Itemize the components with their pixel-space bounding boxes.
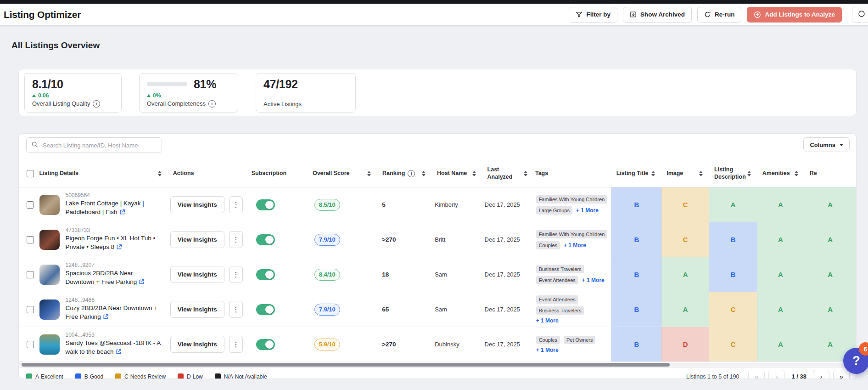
sort-icon[interactable] [699, 171, 703, 176]
grade-cell: B [611, 292, 661, 327]
row-checkbox[interactable] [27, 236, 34, 243]
listing-id: 1248...9466 [66, 297, 162, 303]
prev-page-button[interactable]: ‹ [768, 370, 785, 379]
kebab-menu-button[interactable] [229, 336, 243, 353]
row-checkbox[interactable] [27, 306, 34, 313]
info-icon[interactable]: i [408, 170, 415, 177]
listings-table-panel: Columns Listing DetailsActionsSubscripti… [18, 133, 857, 379]
tag-line: Families With Young Children [536, 195, 608, 203]
legend-item: N/A-Not Available [215, 373, 267, 379]
listing-title-link[interactable]: Cozy 2BD/2BA Near Downtown + Free Parkin… [66, 304, 162, 322]
listing-title-link[interactable]: Sandy Toes @Seacoast -1BHK - A walk to t… [66, 339, 162, 357]
top-strip [0, 0, 868, 4]
column-header-listing-details[interactable]: Listing Details [39, 160, 167, 187]
search-input[interactable] [42, 141, 157, 149]
column-header-last-analyzed[interactable]: Last Analyzed [482, 160, 533, 187]
last-page-button[interactable]: » [833, 370, 850, 379]
view-insights-button[interactable]: View Insights [170, 301, 224, 318]
column-header-image[interactable]: Image [661, 160, 708, 187]
grade-cell: A [757, 187, 804, 222]
overall-score-badge: 7.9/10 [314, 304, 340, 316]
view-insights-button[interactable]: View Insights [170, 196, 224, 213]
listing-details-cell: 50069564Lake Front Cottage | Kayak | Pad… [39, 187, 168, 222]
columns-button[interactable]: Columns [803, 137, 850, 152]
subscription-toggle[interactable] [256, 199, 275, 210]
add-listings-to-analyze-button[interactable]: Add Listings to Analyze [747, 7, 842, 23]
more-tags-link[interactable]: + 1 More [536, 317, 559, 324]
sort-icon[interactable] [158, 171, 162, 176]
listing-title-link[interactable]: Pigeon Forge Fun • XL Hot Tub • Private … [66, 234, 162, 252]
first-page-button[interactable]: « [748, 370, 765, 379]
sort-icon[interactable] [795, 171, 798, 176]
scrollbar-thumb[interactable] [22, 363, 670, 367]
show-archived-button[interactable]: Show Archived [623, 7, 692, 23]
external-link-icon [116, 244, 122, 251]
listing-details-cell: 1248...9466Cozy 2BD/2BA Near Downtown + … [39, 292, 168, 327]
more-tags-link[interactable]: + 1 More [582, 277, 605, 283]
sort-icon[interactable] [422, 171, 426, 176]
row-checkbox[interactable] [27, 341, 34, 348]
column-header-subscription: Subscription [246, 160, 307, 187]
more-tags-link[interactable]: + 1 More [576, 207, 599, 214]
sort-icon[interactable] [472, 171, 476, 176]
more-tags-link[interactable]: + 1 More [564, 242, 586, 249]
overflow-header-button[interactable] [852, 7, 868, 23]
sort-icon[interactable] [651, 171, 655, 176]
kebab-menu-button[interactable] [229, 231, 243, 248]
subscription-toggle[interactable] [256, 269, 275, 280]
listing-id: 1004...4953 [66, 332, 162, 338]
legend-swatch [75, 373, 81, 379]
tag-pill: Pet Owners [564, 336, 595, 344]
subscription-toggle[interactable] [256, 339, 275, 350]
more-tags-link[interactable]: + 1 More [536, 347, 559, 353]
sort-icon[interactable] [747, 171, 751, 176]
view-insights-button[interactable]: View Insights [170, 266, 224, 283]
next-page-button[interactable]: › [813, 370, 829, 379]
sort-icon[interactable] [524, 171, 527, 176]
info-icon[interactable]: i [93, 100, 100, 107]
listing-title-link[interactable]: Spacious 2BD/2BA Near Downtown + Free Pa… [66, 269, 162, 287]
kebab-menu-button[interactable] [229, 301, 243, 318]
table-toolbar: Columns [19, 134, 856, 160]
tag-line: Families With Young Children [536, 230, 608, 238]
subscription-toggle[interactable] [256, 234, 275, 245]
filter-by-button[interactable]: Filter by [569, 7, 617, 23]
tags-cell: CouplesPet Owners+ 1 More [534, 327, 611, 362]
tag-pill: Event Attendees [536, 276, 578, 284]
select-all-checkbox[interactable] [27, 170, 34, 177]
tag-line: Large Groups+ 1 More [536, 206, 599, 215]
re-run-button[interactable]: Re-run [697, 7, 742, 23]
listing-details-cell: 1248...9207Spacious 2BD/2BA Near Downtow… [39, 257, 168, 292]
row-checkbox[interactable] [27, 201, 34, 209]
sort-icon[interactable] [367, 171, 371, 176]
column-header-overall-score[interactable]: Overall Score [307, 160, 376, 187]
row-checkbox[interactable] [27, 271, 34, 278]
column-header-ranking[interactable]: Rankingi [376, 160, 431, 187]
select-all-cell [19, 160, 39, 187]
listing-details-cell: 1004...4953Sandy Toes @Seacoast -1BHK - … [39, 327, 168, 362]
listing-thumbnail [39, 195, 60, 215]
grade-cell: A [757, 327, 804, 362]
column-header-listing-title[interactable]: Listing Title [610, 160, 661, 187]
kebab-menu-button[interactable] [229, 266, 243, 283]
tag-line: CouplesPet Owners [536, 336, 596, 344]
listing-title-link[interactable]: Lake Front Cottage | Kayak | Paddleboard… [66, 199, 162, 217]
subscription-toggle[interactable] [256, 304, 275, 315]
column-header-listing-description[interactable]: Listing Description [708, 160, 756, 187]
listing-id: 1248...9207 [66, 262, 162, 268]
listing-thumbnail [39, 265, 60, 285]
overall-score-badge: 8.4/10 [314, 269, 340, 281]
grade-cell: B [611, 257, 661, 292]
view-insights-button[interactable]: View Insights [170, 336, 224, 353]
grade-cell: B [709, 257, 756, 292]
grade-legend: A-ExcellentB-GoodC-Needs ReviewD-LowN/A-… [26, 373, 267, 379]
column-header-host-name[interactable]: Host Name [431, 160, 482, 187]
kebab-menu-button[interactable] [229, 196, 243, 213]
grade-cell: D [661, 327, 709, 362]
info-icon[interactable]: i [208, 100, 216, 107]
grade-cell: A [661, 292, 709, 327]
grade-cell: C [661, 187, 709, 222]
page-title: Listing Optimizer [4, 9, 81, 20]
column-header-amenities[interactable]: Amenities [756, 160, 804, 187]
view-insights-button[interactable]: View Insights [170, 231, 224, 248]
